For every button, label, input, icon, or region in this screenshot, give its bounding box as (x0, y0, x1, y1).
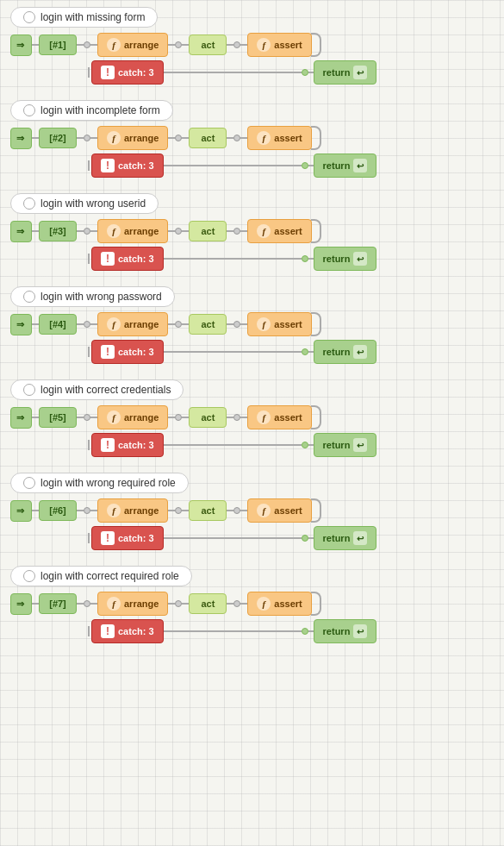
group-label-row: login with wrong required role (10, 473, 497, 493)
port-dot-1 (84, 135, 90, 141)
exclaim-icon: ! (101, 345, 115, 359)
act-node[interactable]: act (189, 128, 227, 148)
assert-label: assert (274, 133, 302, 143)
func-icon-arrange: f (107, 38, 121, 52)
input-node[interactable]: ⇒ (10, 593, 32, 615)
catch-node[interactable]: ! catch: 3 (91, 154, 164, 178)
assert-label: assert (274, 319, 302, 329)
catch-node[interactable]: ! catch: 3 (91, 340, 164, 364)
catch-node[interactable]: ! catch: 3 (91, 619, 164, 643)
port-dot-2 (175, 321, 182, 328)
input-node[interactable]: ⇒ (10, 34, 32, 56)
return-icon: ↩ (353, 345, 367, 359)
comment-icon (23, 384, 35, 396)
input-node[interactable]: ⇒ (10, 314, 32, 335)
connector-2 (77, 230, 84, 232)
catch-node[interactable]: ! catch: 3 (91, 526, 164, 550)
long-connector (164, 72, 302, 73)
arrange-node[interactable]: f arrange (97, 312, 168, 336)
catch-label: catch: 3 (118, 254, 154, 264)
input-node[interactable]: ⇒ (10, 221, 32, 242)
port-dot-return (302, 442, 308, 448)
index-label: [#7] (49, 598, 66, 609)
return-node[interactable]: return ↩ (314, 154, 377, 178)
assert-node[interactable]: f assert (247, 33, 311, 57)
flow-group-4: login with wrong password ⇒ [#4] f arran… (7, 286, 497, 364)
index-node[interactable]: [#1] (39, 34, 77, 55)
arrange-node[interactable]: f arrange (97, 405, 168, 429)
group-label-row: login with missing form (10, 7, 497, 28)
catch-return-row: ! catch: 3 return ↩ (72, 619, 497, 643)
func-icon-assert: f (257, 504, 271, 517)
return-node[interactable]: return ↩ (314, 526, 377, 550)
index-node[interactable]: [#5] (39, 407, 77, 428)
arrange-label: arrange (124, 598, 159, 609)
assert-node[interactable]: f assert (247, 405, 311, 429)
index-node[interactable]: [#4] (39, 314, 77, 335)
return-icon: ↩ (353, 438, 367, 452)
arrange-node[interactable]: f arrange (97, 126, 168, 150)
act-label: act (201, 319, 215, 329)
return-node[interactable]: return ↩ (314, 340, 377, 364)
return-node[interactable]: return ↩ (314, 619, 377, 643)
connector-3 (90, 230, 97, 232)
act-node[interactable]: act (189, 221, 227, 241)
connector-4 (168, 417, 175, 418)
return-node[interactable]: return ↩ (314, 60, 377, 85)
return-node[interactable]: return ↩ (314, 433, 377, 457)
flow-group-3: login with wrong userid ⇒ [#3] f arrange (7, 193, 497, 271)
catch-node[interactable]: ! catch: 3 (91, 60, 164, 85)
arrange-node[interactable]: f arrange (97, 33, 168, 57)
input-arrow-icon: ⇒ (16, 505, 24, 517)
act-label: act (201, 133, 215, 143)
index-node[interactable]: [#3] (39, 221, 77, 241)
arrange-node[interactable]: f arrange (97, 592, 168, 616)
port-dot-return (302, 69, 308, 76)
act-node[interactable]: act (189, 314, 227, 335)
input-node[interactable]: ⇒ (10, 128, 32, 149)
act-node[interactable]: act (189, 34, 227, 55)
connector-7 (240, 137, 247, 139)
index-label: [#5] (49, 412, 66, 423)
connector-3 (90, 510, 97, 511)
connector-7 (240, 44, 247, 46)
return-label: return (323, 626, 351, 636)
port-dot-1 (84, 321, 90, 328)
port-dot-return (302, 348, 308, 355)
assert-node[interactable]: f assert (247, 312, 311, 336)
input-node[interactable]: ⇒ (10, 500, 32, 522)
act-node[interactable]: act (189, 407, 227, 428)
arrange-node[interactable]: f arrange (97, 498, 168, 523)
connector-6 (227, 44, 233, 46)
connector-1 (32, 323, 39, 325)
port-dot-3 (233, 41, 240, 48)
arrange-node[interactable]: f arrange (97, 219, 168, 243)
comment-bubble: login with wrong required role (10, 473, 189, 493)
arc-connector (311, 498, 321, 523)
flow-label: login with wrong userid (40, 197, 146, 210)
assert-node[interactable]: f assert (247, 592, 311, 616)
comment-icon (23, 477, 35, 489)
act-label: act (201, 412, 215, 423)
return-node[interactable]: return ↩ (314, 247, 377, 271)
port-dot-2 (175, 41, 182, 48)
return-label: return (323, 67, 351, 78)
connector-6 (227, 323, 233, 325)
assert-node[interactable]: f assert (247, 498, 311, 523)
exclaim-icon: ! (101, 438, 115, 452)
assert-label: assert (274, 505, 302, 516)
act-node[interactable]: act (189, 500, 227, 521)
func-icon-arrange: f (107, 410, 121, 424)
index-node[interactable]: [#6] (39, 500, 77, 521)
act-node[interactable]: act (189, 593, 227, 614)
catch-node[interactable]: ! catch: 3 (91, 247, 164, 271)
index-node[interactable]: [#2] (39, 128, 77, 148)
port-dot-3 (233, 507, 240, 514)
port-dot-1 (84, 507, 90, 514)
assert-node[interactable]: f assert (247, 126, 311, 150)
input-node[interactable]: ⇒ (10, 407, 32, 429)
index-node[interactable]: [#7] (39, 593, 77, 614)
return-label: return (323, 160, 351, 171)
assert-node[interactable]: f assert (247, 219, 311, 243)
catch-node[interactable]: ! catch: 3 (91, 433, 164, 457)
